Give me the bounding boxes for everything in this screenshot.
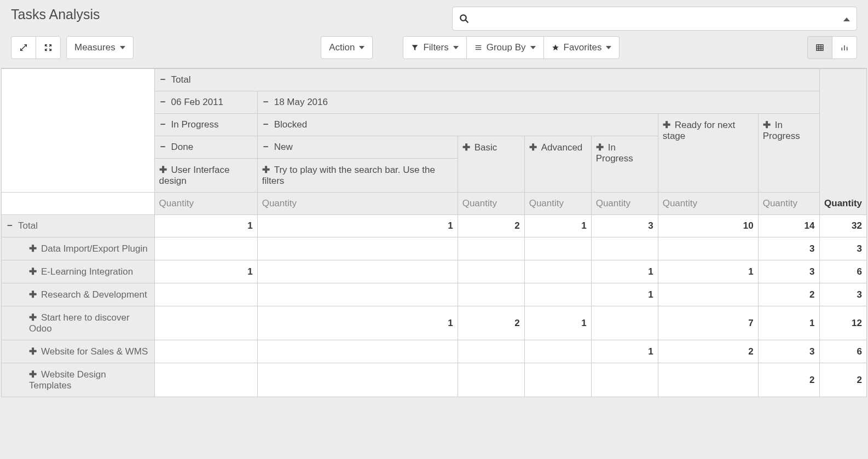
plus-icon: ✚ xyxy=(262,164,270,176)
cell xyxy=(458,283,524,306)
favorites-button[interactable]: Favorites xyxy=(543,36,620,59)
expand-diag-icon xyxy=(19,43,28,52)
cell: 1 xyxy=(591,260,658,283)
caret-down-icon xyxy=(606,46,611,49)
minus-icon: − xyxy=(6,220,14,231)
measure-header: Quantity xyxy=(758,193,819,215)
expand-all-button[interactable] xyxy=(36,36,61,59)
cell xyxy=(458,260,524,283)
plus-icon: ✚ xyxy=(462,142,470,153)
col-date2-label: 18 May 2016 xyxy=(274,97,328,107)
col-d1-inprogress[interactable]: −In Progress xyxy=(154,114,257,136)
minus-icon: − xyxy=(262,97,270,108)
plus-icon: ✚ xyxy=(29,312,37,323)
plus-icon: ✚ xyxy=(29,243,37,254)
col-leaf1[interactable]: ✚User Interface design xyxy=(154,159,257,193)
expand-all-icon xyxy=(44,43,53,52)
col-d2-new[interactable]: −New xyxy=(257,136,458,159)
col-d2-basic[interactable]: ✚Basic xyxy=(458,136,524,193)
cell xyxy=(154,363,257,397)
cell xyxy=(524,237,591,260)
row-header[interactable]: ✚Website for Sales & WMS xyxy=(2,340,155,363)
graph-view-button[interactable] xyxy=(832,36,857,59)
cell-total: 3 xyxy=(819,283,866,306)
caret-down-icon xyxy=(530,46,536,49)
cell xyxy=(458,237,524,260)
search-input[interactable] xyxy=(469,7,843,30)
flip-axis-button[interactable] xyxy=(11,36,36,59)
table-row: ✚Website for Sales & WMS 1236 xyxy=(2,340,867,363)
col-d2-ready[interactable]: ✚Ready for next stage xyxy=(658,114,758,193)
cell xyxy=(257,363,458,397)
table-row: ✚Start here to discover Odoo 1217112 xyxy=(2,306,867,340)
col-d1-done-label: Done xyxy=(171,142,194,152)
col-d2-advanced[interactable]: ✚Advanced xyxy=(524,136,591,193)
col-d2-blocked-label: Blocked xyxy=(274,119,307,130)
cell xyxy=(524,283,591,306)
cell: 1 xyxy=(154,260,257,283)
minus-icon: − xyxy=(159,74,167,85)
cell: 1 xyxy=(524,215,591,237)
cell xyxy=(591,363,658,397)
row-label: Website for Sales & WMS xyxy=(41,346,148,357)
col-date2[interactable]: −18 May 2016 xyxy=(257,91,819,114)
col-d2-blocked[interactable]: −Blocked xyxy=(257,114,658,136)
plus-icon: ✚ xyxy=(529,142,537,153)
row-label: Data Import/Export Plugin xyxy=(41,243,148,254)
groupby-button[interactable]: Group By xyxy=(466,36,544,59)
col-total[interactable]: −Total xyxy=(154,69,819,91)
groupby-label: Group By xyxy=(487,42,526,53)
svg-point-0 xyxy=(460,15,466,21)
row-header[interactable]: ✚E-Learning Integration xyxy=(2,260,155,283)
cell xyxy=(524,260,591,283)
row-header[interactable]: ✚Data Import/Export Plugin xyxy=(2,237,155,260)
view-switcher xyxy=(807,36,857,59)
cell xyxy=(458,363,524,397)
cell: 10 xyxy=(658,215,758,237)
measure-header: Quantity xyxy=(524,193,591,215)
plus-icon: ✚ xyxy=(29,266,37,277)
search-icon xyxy=(459,14,469,24)
row-label: Start here to discover Odoo xyxy=(29,312,130,334)
cell-total: 6 xyxy=(819,340,866,363)
row-header[interactable]: ✚Start here to discover Odoo xyxy=(2,306,155,340)
pivot-view-button[interactable] xyxy=(807,36,832,59)
measures-button[interactable]: Measures xyxy=(66,36,134,59)
col-d1-done[interactable]: −Done xyxy=(154,136,257,159)
plus-icon: ✚ xyxy=(159,164,167,176)
pivot-table-container: −Total Quantity −06 Feb 2011 −18 May 201… xyxy=(1,68,867,397)
plus-icon: ✚ xyxy=(29,369,37,380)
cell xyxy=(658,283,758,306)
cell: 1 xyxy=(524,306,591,340)
corner-cell-2 xyxy=(2,193,155,215)
expand-search-icon[interactable] xyxy=(843,13,850,24)
cell: 2 xyxy=(758,283,819,306)
filters-button[interactable]: Filters xyxy=(403,36,466,59)
cell xyxy=(458,340,524,363)
row-total-header[interactable]: −Total xyxy=(2,215,155,237)
caret-down-icon xyxy=(453,46,459,49)
cell: 3 xyxy=(758,260,819,283)
row-header[interactable]: ✚Website Design Templates xyxy=(2,363,155,397)
row-total: −Total 1 1 2 1 3 10 14 32 xyxy=(2,215,867,237)
search-bar[interactable] xyxy=(452,7,857,31)
action-button[interactable]: Action xyxy=(321,36,373,59)
plus-icon: ✚ xyxy=(763,119,771,131)
cell xyxy=(524,363,591,397)
col-leaf2[interactable]: ✚Try to play with the search bar. Use th… xyxy=(257,159,458,193)
col-d2-inprog-stage[interactable]: ✚In Progress xyxy=(591,136,658,193)
col-d2-advanced-label: Advanced xyxy=(541,142,583,153)
col-date1-label: 06 Feb 2011 xyxy=(171,97,223,107)
pivot-table: −Total Quantity −06 Feb 2011 −18 May 201… xyxy=(1,68,867,397)
col-d2-inprogress[interactable]: ✚In Progress xyxy=(758,114,819,193)
row-header[interactable]: ✚Research & Development xyxy=(2,283,155,306)
col-total-label: Total xyxy=(171,74,191,85)
caret-down-icon xyxy=(120,46,125,49)
col-date1[interactable]: −06 Feb 2011 xyxy=(154,91,257,114)
measure-header: Quantity xyxy=(154,193,257,215)
cell: 3 xyxy=(591,215,658,237)
cell: 1 xyxy=(658,260,758,283)
row-total-label: Total xyxy=(18,220,38,231)
table-row: ✚Data Import/Export Plugin 33 xyxy=(2,237,867,260)
cell-total: 3 xyxy=(819,237,866,260)
